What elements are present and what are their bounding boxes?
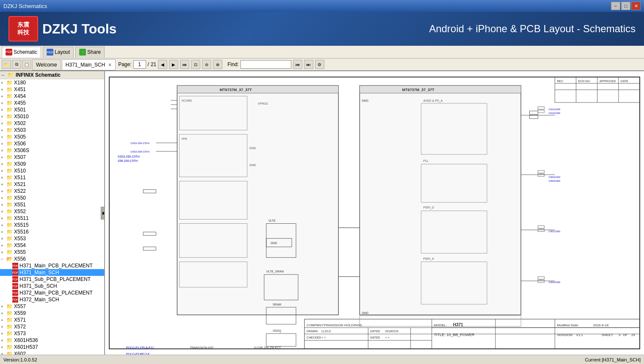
logo-cn-line2: 科技 [17,29,29,36]
window-title: DZKJ Schematics [3,3,47,9]
maximize-button[interactable]: □ [621,2,630,10]
tab-close-btn[interactable]: ✕ [108,62,112,68]
expand-icon: + [1,121,5,126]
sidebar-item-x502[interactable]: +📁X502 [0,120,104,127]
sidebar-item-x511[interactable]: +📁X511 [0,174,104,181]
nav-paste-btn[interactable]: 📋 [22,60,31,69]
page-input[interactable] [133,60,146,69]
sidebar-item-x553[interactable]: +📁X553 [0,235,104,242]
sidebar-item-x455[interactable]: +📁X455 [0,100,104,106]
svg-rect-122 [143,247,156,250]
svg-rect-67 [359,86,521,315]
sidebar-item-x180[interactable]: +📁X180 [0,79,104,86]
svg-text:< >: < > [385,336,390,339]
sidebar-item-x454[interactable]: +📁X454 [0,93,104,100]
item-label: X601H537 [14,344,38,350]
sidebar-item-x503[interactable]: +📁X503 [0,127,104,133]
sidebar-item-x554[interactable]: +📁X554 [0,242,104,249]
expand-icon: + [1,338,5,343]
sidebar-item-h371_main_sch[interactable]: PDFH371_Main_SCH [0,269,104,276]
schematic-area[interactable]: COMPANY: TRANSSION HOLDINGS MODEL: H371 … [105,71,644,355]
nav-zoom-out-btn[interactable]: ⊖ [202,60,211,69]
sidebar-item-x509[interactable]: +📁X509 [0,161,104,167]
sidebar-item-x571[interactable]: +📁X571 [0,317,104,323]
find-label: Find: [227,61,239,67]
nav-next-btn[interactable]: ▶ [169,60,178,69]
nav-find-prev-btn[interactable]: ⏮ [293,60,302,69]
sidebar-item-x451[interactable]: +📁X451 [0,86,104,93]
minimize-button[interactable]: − [611,2,620,10]
sidebar-item-x601h536[interactable]: +📁X601H536 [0,337,104,344]
sidebar-item-x572[interactable]: +📁X572 [0,323,104,330]
sidebar-collapse-btn[interactable]: ▶ [101,207,105,220]
find-input[interactable] [240,60,291,69]
sidebar-item-x521[interactable]: +📁X521 [0,181,104,188]
tab-h371-main-sch[interactable]: H371_Main_SCH ✕ [62,59,116,70]
svg-text:PERI_A: PERI_A [423,257,434,261]
sidebar-item-h371_sub_pcb[interactable]: PDFH371_Sub_PCB_PLACEMENT [0,276,104,283]
sidebar-item-x601h537[interactable]: +📁X601H537 [0,344,104,350]
sidebar-item-x602[interactable]: +📁X602 [0,350,104,355]
tab-welcome[interactable]: Welcome [32,59,61,70]
nav-folder-btn[interactable]: 📁 [2,60,11,69]
sidebar-item-x551[interactable]: +📁X551 [0,201,104,208]
sidebar-item-x507[interactable]: +📁X507 [0,154,104,161]
tab-layout[interactable]: PAD Layout [43,47,74,58]
folder-icon: 📁 [6,168,13,174]
sidebar-item-x506[interactable]: +📁X506 [0,140,104,147]
tab-share[interactable]: ↑ Share [75,47,105,58]
sidebar-item-x522[interactable]: +📁X522 [0,188,104,195]
nav-copy-btn[interactable]: ⧉ [12,60,21,69]
svg-text:S56-200-C5TH: S56-200-C5TH [118,159,138,162]
sidebar-item-h372_main_pcb[interactable]: PDFH372_Main_PCB_PLACEMENT [0,289,104,296]
item-label: X451 [14,86,26,92]
sidebar-item-x556[interactable]: −📂X556 [0,256,104,262]
svg-text:VPA: VPA [181,137,187,140]
folder-icon: 📁 [6,324,13,330]
sidebar-item-x555[interactable]: +📁X555 [0,249,104,256]
sidebar-item-x550[interactable]: +📁X550 [0,195,104,201]
sidebar-item-x5515[interactable]: +📁X5515 [0,222,104,228]
sidebar-item-h371_sub_sch[interactable]: PDFH371_Sub_SCH [0,283,104,289]
sidebar-item-x5010[interactable]: +📁X5010 [0,113,104,120]
sidebar-item-h371_main_pcb[interactable]: PDFH371_Main_PCB_PLACEMENT [0,262,104,269]
close-button[interactable]: ✕ [631,2,641,10]
sidebar-item-x557[interactable]: +📁X557 [0,303,104,310]
sidebar-item-h372_main_sch[interactable]: PDFH372_Main_SCH [0,296,104,303]
sidebar-item-x552[interactable]: +📁X552 [0,208,104,215]
folder-icon: 📁 [6,337,13,343]
svg-text:DATED: DATED [370,336,380,339]
folder-icon: 📁 [6,161,13,167]
item-label: X522 [14,188,26,194]
svg-text:TRANSSION HOLDINGS: TRANSSION HOLDINGS [323,323,362,327]
nav-zoom-in-btn[interactable]: ⊕ [213,60,222,69]
nav-first-btn[interactable]: ⏮ [180,60,189,69]
sidebar-item-x573[interactable]: +📁X573 [0,330,104,337]
sidebar-item-x501[interactable]: +📁X501 [0,106,104,113]
sidebar-item-x559[interactable]: +📁X559 [0,310,104,317]
page-info: Page: / 21 ◀ ▶ ⏮ ⊡ ⊖ ⊕ Find: ⏮ ⏭ ⚙ [116,60,326,69]
sidebar-item-x5516[interactable]: +📁X5516 [0,228,104,235]
item-label: X601H536 [14,337,38,343]
sidebar-item-x5511[interactable]: +📁X5511 [0,215,104,222]
nav-prev-btn[interactable]: ◀ [158,60,167,69]
nav-settings-btn[interactable]: ⚙ [315,60,324,69]
expand-icon: + [1,203,5,207]
sidebar-item-x505[interactable]: +📁X505 [0,133,104,140]
sidebar-item-x510[interactable]: +📁X510 [0,167,104,174]
folder-icon: 📁 [6,134,13,140]
folder-icon: 📁 [6,331,13,336]
folder-icon: 📂 [6,256,13,262]
item-label: X572 [14,324,26,330]
svg-rect-120 [143,189,156,193]
sidebar-tree[interactable]: +📁X180+📁X451+📁X454+📁X455+📁X501+📁X5010+📁X… [0,79,104,355]
folder-icon: 📁 [6,351,13,355]
folder-icon: 📁 [6,120,13,126]
tab-schematic[interactable]: PDF Schematic [2,47,41,58]
svg-text:C0101260: C0101260 [548,112,560,114]
nav-find-next-btn[interactable]: ⏭ [304,60,313,69]
folder-icon: 📁 [6,154,13,160]
item-label: X602 [14,351,26,355]
sidebar-item-x506s[interactable]: +📁X506S [0,147,104,154]
nav-fit-btn[interactable]: ⊡ [191,60,200,69]
